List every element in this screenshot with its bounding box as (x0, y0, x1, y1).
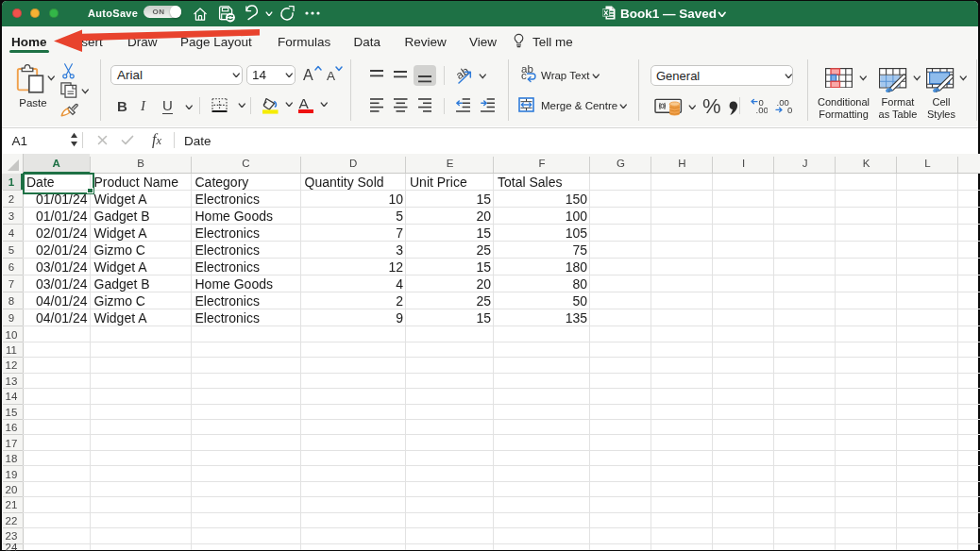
svg-text:0: 0 (787, 105, 792, 114)
svg-text:.00: .00 (755, 105, 768, 114)
